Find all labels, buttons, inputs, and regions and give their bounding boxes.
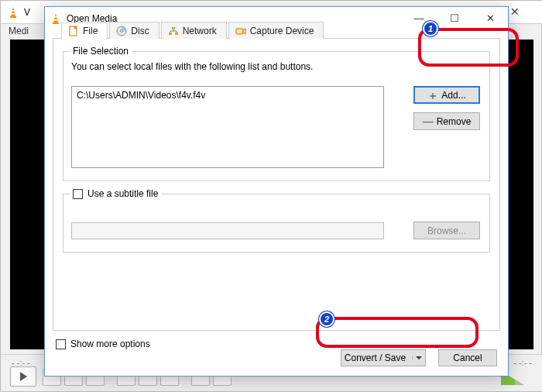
svg-rect-3 <box>53 22 59 24</box>
remove-button[interactable]: — Remove <box>413 112 480 130</box>
vlc-menu-media[interactable]: Medi <box>9 26 29 36</box>
tab-bar: File Disc Network Capture Device <box>61 22 324 39</box>
file-selection-legend: File Selection <box>70 46 132 57</box>
annotation-badge-2: 2 <box>319 311 334 327</box>
network-icon <box>168 26 179 36</box>
play-icon <box>20 372 27 381</box>
disc-icon <box>116 26 127 36</box>
cancel-button-label: Cancel <box>453 352 482 363</box>
time-remaining: - -:- - <box>513 358 532 367</box>
file-list[interactable]: C:\Users\ADMIN\Videos\f4v.f4v <box>71 86 384 168</box>
tab-network-label: Network <box>183 26 217 36</box>
tab-disc-label: Disc <box>131 26 149 36</box>
tab-capture[interactable]: Capture Device <box>228 22 324 39</box>
capture-icon <box>235 26 246 36</box>
browse-button: Browse... <box>413 222 480 239</box>
tab-disc[interactable]: Disc <box>109 22 159 39</box>
chevron-down-icon <box>416 356 422 359</box>
tab-capture-label: Capture Device <box>250 26 314 36</box>
open-media-dialog: Open Media — ☐ ✕ File Disc Network Captu… <box>44 6 509 377</box>
convert-save-dropdown[interactable] <box>412 356 425 359</box>
svg-rect-4 <box>54 16 57 18</box>
dialog-content: File Disc Network Capture Device File Se… <box>53 38 500 331</box>
vlc-cone-icon <box>7 6 19 19</box>
file-selection-group: File Selection You can select local file… <box>63 51 490 181</box>
convert-save-button[interactable]: Convert / Save <box>341 349 426 366</box>
tab-file[interactable]: File <box>61 22 108 40</box>
svg-rect-2 <box>12 13 15 15</box>
vlc-main-close-icon[interactable]: ✕ <box>510 5 520 18</box>
tab-file-label: File <box>83 26 98 36</box>
svg-rect-5 <box>54 19 58 21</box>
file-selection-hint: You can select local files with the foll… <box>71 61 482 72</box>
use-subtitle-checkbox[interactable]: Use a subtitle file <box>70 188 161 199</box>
add-button[interactable]: ＋ Add... <box>413 86 480 104</box>
svg-rect-12 <box>236 29 243 34</box>
show-more-options-checkbox[interactable]: Show more options <box>56 339 150 349</box>
maximize-button[interactable]: ☐ <box>437 7 472 29</box>
file-list-entry[interactable]: C:\Users\ADMIN\Videos\f4v.f4v <box>77 90 379 101</box>
show-more-options-label: Show more options <box>70 339 150 349</box>
dialog-footer: Show more options Convert / Save Cancel <box>45 331 508 376</box>
svg-rect-1 <box>12 10 15 12</box>
use-subtitle-label: Use a subtitle file <box>87 188 158 199</box>
svg-rect-11 <box>172 27 175 29</box>
tab-network[interactable]: Network <box>161 22 227 39</box>
close-button[interactable]: ✕ <box>472 7 508 29</box>
svg-rect-10 <box>175 33 178 35</box>
browse-button-label: Browse... <box>427 225 466 236</box>
subtitle-group: Use a subtitle file Browse... <box>63 194 490 253</box>
vlc-main-title: V <box>24 7 30 18</box>
subtitle-path-field <box>71 222 384 239</box>
checkbox-icon <box>56 339 66 349</box>
file-icon <box>68 26 79 36</box>
annotation-badge-1: 1 <box>423 21 438 36</box>
play-button[interactable] <box>10 366 36 387</box>
svg-rect-9 <box>169 33 172 35</box>
vlc-cone-icon <box>50 12 62 25</box>
cancel-button[interactable]: Cancel <box>438 349 497 366</box>
add-button-label: Add... <box>441 90 465 101</box>
remove-button-label: Remove <box>437 116 472 127</box>
convert-save-label: Convert / Save <box>341 352 409 363</box>
svg-rect-0 <box>10 16 16 18</box>
checkbox-icon <box>73 189 83 199</box>
